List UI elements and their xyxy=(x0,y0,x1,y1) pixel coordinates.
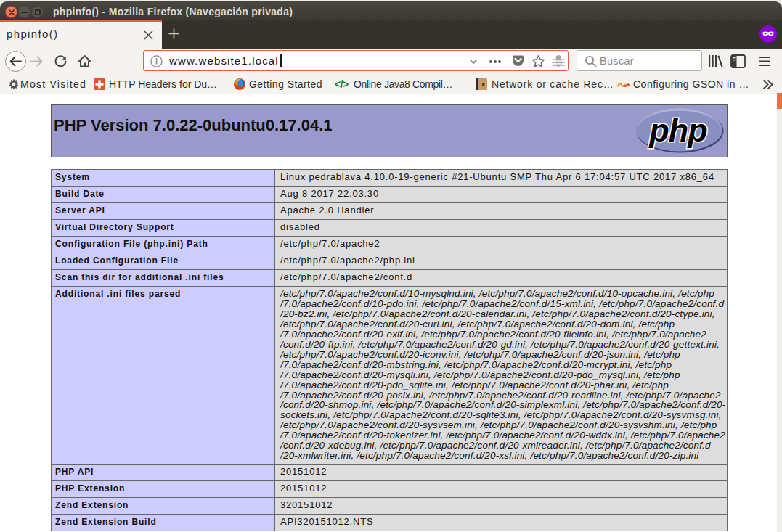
svg-text:php: php xyxy=(648,112,707,149)
